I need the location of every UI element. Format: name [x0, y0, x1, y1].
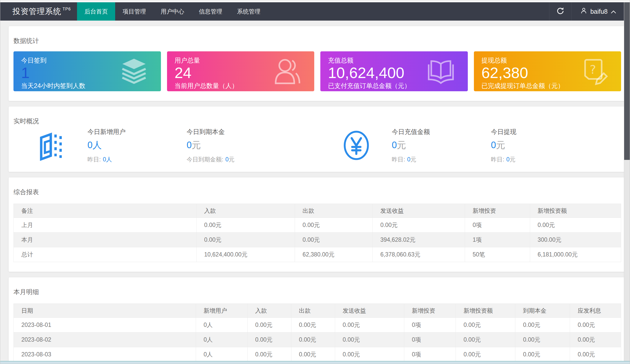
- column-header: 新增投资额: [456, 304, 515, 318]
- table-cell: 0.00元: [456, 318, 515, 332]
- nav-tab-4[interactable]: 信息管理: [191, 2, 230, 21]
- refresh-icon: [556, 7, 565, 16]
- table-cell: 0.00元: [291, 318, 335, 332]
- table-cell: 0.00元: [456, 347, 515, 362]
- layers-icon: [120, 57, 148, 86]
- user-name: baifu8: [590, 8, 608, 15]
- realtime-stat: 今日新增用户0人昨日:0人: [87, 128, 164, 163]
- detail-table: 日期新增用户入款出款发送收益新增投资新增投资额到期本金应发利息2023-08-0…: [13, 304, 621, 364]
- stat-card: 提现总额 62,380 已完成提现订单总金额（元） ?: [474, 51, 621, 91]
- table-cell: 0人: [196, 332, 247, 347]
- vertical-scrollbar[interactable]: [624, 2, 630, 364]
- column-header: 出款: [291, 304, 335, 318]
- main-content: 数据统计 今日签到 1 当天24小时内签到人数 用户总量 24 当前用户总数量（…: [0, 21, 630, 364]
- nav-right: baifu8: [549, 2, 624, 21]
- table-cell: 0.00元: [515, 318, 570, 332]
- table-cell: 394,628.02元: [372, 233, 465, 247]
- table-cell: 0.00元: [247, 347, 291, 362]
- column-header: 入款: [197, 204, 295, 218]
- report-panel: 综合报表 备注入款出款发送收益新增投资新增投资额上月0.00元0.00元0.00…: [9, 177, 626, 272]
- table-cell: 总计: [14, 247, 197, 262]
- stat-label: 今日充值金额: [392, 128, 468, 136]
- nav-tabs: 后台首页项目管理用户中心信息管理系统管理: [77, 2, 268, 21]
- table-cell: 1项: [465, 233, 530, 247]
- stat-sub: 昨日:0元: [392, 156, 468, 163]
- table-row: 本月0.00元0.00元394,628.02元1项300.00元: [14, 233, 621, 247]
- stat-label: 今日提现: [491, 128, 567, 136]
- table-cell: 0项: [465, 218, 530, 233]
- stat-value: 0元: [187, 139, 301, 151]
- table-cell: 62,380.00元: [295, 247, 373, 262]
- nav-tab-2[interactable]: 项目管理: [115, 2, 153, 21]
- stat-card: 今日签到 1 当天24小时内签到人数: [13, 51, 161, 91]
- table-cell: 0.00元: [335, 332, 404, 347]
- table-row: 2023-08-010人0.00元0.00元0.00元0项0.00元0.00元0…: [14, 318, 621, 332]
- table-cell: 本月: [14, 233, 197, 247]
- stat-value: 0元: [392, 139, 468, 151]
- column-header: 新增投资: [465, 204, 530, 218]
- detail-title: 本月明细: [13, 288, 621, 296]
- column-header: 新增投资额: [530, 204, 621, 218]
- table-cell: 2023-08-01: [14, 318, 196, 332]
- doc-question-icon: ?: [580, 57, 608, 86]
- table-cell: 0.00元: [291, 332, 335, 347]
- stat-card: 充值总额 10,624,400 已支付充值订单总金额（元）: [320, 51, 468, 91]
- table-cell: 0项: [404, 347, 456, 362]
- stat-cards: 今日签到 1 当天24小时内签到人数 用户总量 24 当前用户总数量（人） 充值…: [13, 51, 621, 91]
- nav-tab-3[interactable]: 用户中心: [153, 2, 191, 21]
- vertical-scrollbar-thumb[interactable]: [624, 2, 630, 160]
- table-cell: 0人: [196, 318, 247, 332]
- brand-title: 投资管理系统TP6: [12, 2, 71, 21]
- table-cell: 10,624,400.00元: [197, 247, 295, 262]
- table-cell: 0.00元: [295, 233, 373, 247]
- table-cell: 2023-08-03: [14, 347, 196, 362]
- column-header: 应发利息: [570, 304, 621, 318]
- report-table: 备注入款出款发送收益新增投资新增投资额上月0.00元0.00元0.00元0项0.…: [13, 204, 621, 262]
- book-icon: [427, 57, 455, 86]
- table-row: 2023-08-030人0.00元0.00元0.00元0项0.00元0.00元0…: [14, 347, 621, 362]
- report-title: 综合报表: [13, 188, 621, 196]
- table-cell: 0.00元: [570, 318, 621, 332]
- table-cell: 0.00元: [295, 218, 373, 233]
- header-row: 日期新增用户入款出款发送收益新增投资新增投资额到期本金应发利息: [14, 304, 621, 318]
- stat-sub: 昨日:0元: [491, 156, 567, 163]
- detail-panel: 本月明细 日期新增用户入款出款发送收益新增投资新增投资额到期本金应发利息2023…: [9, 277, 626, 364]
- stat-sub: 今日到期金额:0元: [187, 156, 301, 163]
- realtime-stat: 今日到期本金0元今日到期金额:0元: [187, 128, 301, 163]
- refresh-button[interactable]: [549, 2, 571, 21]
- table-cell: 0.00元: [247, 332, 291, 347]
- yen-circle-icon: [342, 130, 371, 161]
- table-cell: 0.00元: [197, 218, 295, 233]
- realtime-title: 实时概况: [13, 117, 621, 125]
- table-cell: 0.00元: [291, 347, 335, 362]
- user-menu[interactable]: baifu8: [572, 2, 624, 21]
- table-cell: 2023-08-02: [14, 332, 196, 347]
- table-row: 总计10,624,400.00元62,380.00元6,378,060.63元5…: [14, 247, 621, 262]
- top-nav: 投资管理系统TP6 后台首页项目管理用户中心信息管理系统管理 baifu8: [0, 2, 624, 21]
- table-cell: 0人: [196, 347, 247, 362]
- table-cell: 6,181,000.00元: [530, 247, 621, 262]
- column-header: 发送收益: [335, 304, 404, 318]
- brand-text: 投资管理系统: [12, 6, 61, 17]
- stat-card: 用户总量 24 当前用户总数量（人）: [167, 51, 314, 91]
- nav-tab-5[interactable]: 系统管理: [230, 2, 268, 21]
- stats-title: 数据统计: [13, 37, 621, 45]
- table-cell: 50笔: [465, 247, 530, 262]
- realtime-row: 今日新增用户0人昨日:0人今日到期本金0元今日到期金额:0元今日充值金额0元昨日…: [13, 129, 621, 162]
- column-header: 发送收益: [372, 204, 465, 218]
- table-cell: 0.00元: [570, 332, 621, 347]
- horizontal-scrollbar[interactable]: [0, 361, 630, 364]
- table-cell: 0.00元: [372, 218, 465, 233]
- table-cell: 0.00元: [570, 347, 621, 362]
- table-cell: 0.00元: [530, 218, 621, 233]
- table-cell: 0.00元: [515, 332, 570, 347]
- header-row: 备注入款出款发送收益新增投资新增投资额: [14, 204, 621, 218]
- nav-tab-1[interactable]: 后台首页: [77, 2, 115, 21]
- stat-label: 今日到期本金: [187, 128, 301, 136]
- table-cell: 0.00元: [247, 318, 291, 332]
- realtime-stat: 今日提现0元昨日:0元: [491, 128, 567, 163]
- svg-text:?: ?: [590, 63, 596, 77]
- table-cell: 0.00元: [335, 347, 404, 362]
- realtime-stat: 今日充值金额0元昨日:0元: [392, 128, 468, 163]
- table-cell: 300.00元: [530, 233, 621, 247]
